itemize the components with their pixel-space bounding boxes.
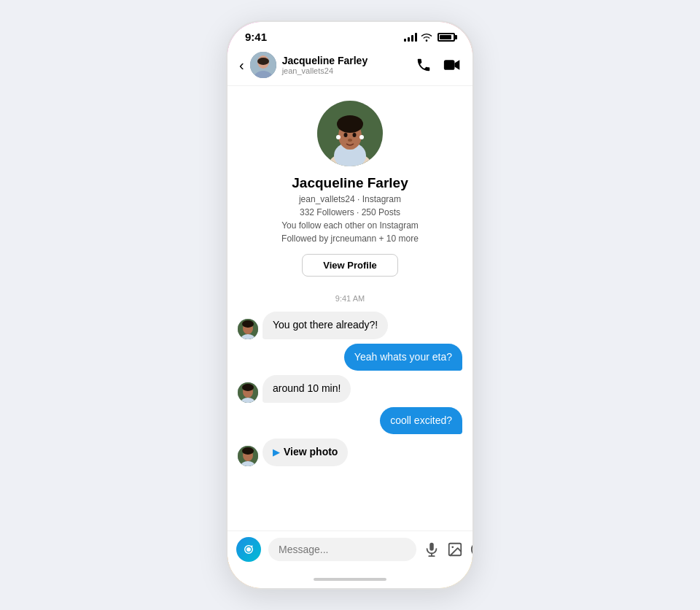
profile-stats: 332 Followers · 250 Posts [300,207,400,217]
header-username: jean_vallets24 [282,66,416,75]
svg-point-23 [242,384,254,391]
camera-button[interactable] [236,537,261,562]
back-button[interactable]: ‹ [239,57,244,74]
svg-point-3 [257,58,269,65]
profile-avatar [317,101,383,166]
view-photo-bubble[interactable]: ▶ View photo [262,439,348,466]
svg-point-19 [242,320,254,328]
profile-follow-info: You follow each other on Instagram [281,220,419,231]
svg-point-31 [251,545,252,547]
message-row: Yeah whats your eta? [238,344,462,371]
phone-frame: 9:41 [226,20,474,590]
image-icon[interactable] [447,541,463,557]
message-row: ▶ View photo [238,439,462,466]
svg-point-10 [337,115,363,133]
svg-point-11 [336,135,341,139]
svg-point-15 [348,139,352,142]
camera-btn-icon [242,543,255,556]
view-photo-label: View photo [284,445,338,460]
view-profile-button[interactable]: View Profile [302,254,397,277]
chat-content: Jacqueline Farley jean_vallets24 · Insta… [228,86,472,530]
mic-icon[interactable] [424,541,440,557]
message-row: around 10 min! [238,375,462,403]
profile-name: Jacqueline Farley [292,175,408,191]
profile-meta: jean_vallets24 · Instagram [299,194,401,204]
play-icon: ▶ [273,447,279,459]
svg-point-29 [246,547,251,552]
message-bubble: cooll excited? [380,407,462,435]
svg-rect-32 [429,543,434,551]
svg-rect-4 [444,60,455,70]
header-info: Jacqueline Farley jean_vallets24 [282,55,416,76]
message-input[interactable] [268,538,416,561]
chat-timestamp: 9:41 AM [228,294,472,303]
message-bubble: Yeah whats your eta? [344,344,462,371]
chat-header: ‹ Jacqueline Farley jean_vallets24 [228,47,472,86]
message-bubble: You got there already?! [262,312,388,339]
svg-point-12 [359,135,364,139]
messages-area: You got there already?! Yeah whats your … [228,312,472,466]
status-icons [404,33,455,42]
svg-point-13 [344,133,348,137]
profile-followed-by: Followed by jrcneumann + 10 more [281,233,419,244]
phone-inner: 9:41 [228,22,472,588]
message-row: You got there already?! [238,312,462,339]
svg-point-36 [451,546,454,548]
status-time: 9:41 [245,31,267,43]
sender-avatar [238,446,258,466]
sender-avatar [238,382,258,403]
message-row: cooll excited? [238,407,462,435]
sender-avatar [238,319,258,339]
svg-point-37 [472,543,472,556]
chat-input-bar [228,530,472,574]
input-icons [424,541,472,557]
phone-icon[interactable] [416,57,432,73]
svg-point-14 [353,133,357,137]
svg-point-27 [242,447,254,455]
signal-bars-icon [404,33,417,42]
video-icon[interactable] [443,57,461,73]
sticker-icon[interactable] [470,541,472,557]
message-bubble: around 10 min! [262,375,351,403]
battery-icon [438,33,455,42]
header-name: Jacqueline Farley [282,55,416,67]
status-bar: 9:41 [228,22,472,47]
home-indicator [228,574,472,588]
header-actions [416,57,461,73]
header-avatar [250,52,276,78]
wifi-icon [421,33,432,42]
profile-section: Jacqueline Farley jean_vallets24 · Insta… [228,86,472,288]
